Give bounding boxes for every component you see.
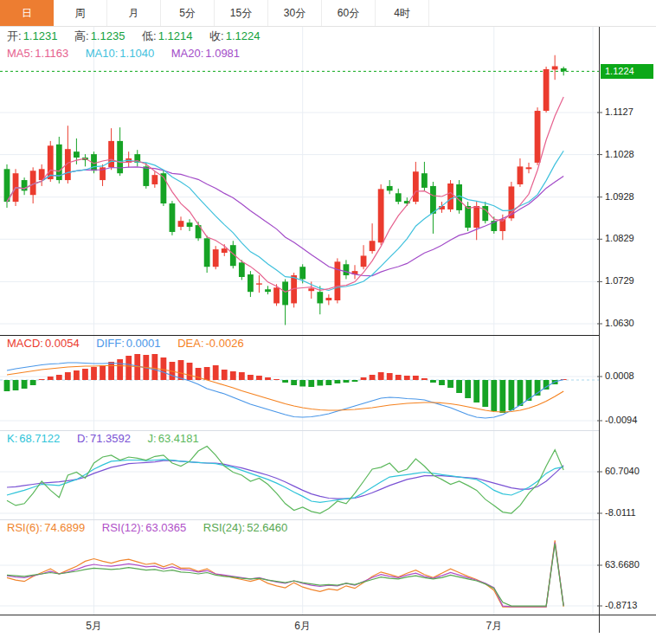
d-label: D:	[77, 432, 88, 445]
current-price-badge: 1.1224	[601, 64, 653, 79]
rsi24-label: RSI(24):	[203, 521, 245, 534]
ohlc-header: 开:1.1231 高:1.1235 低:1.1214 收:1.1224	[7, 29, 273, 44]
tab-30min[interactable]: 30分	[268, 0, 322, 26]
ma5-label: MA5:	[7, 47, 33, 60]
diff-label: DIFF:	[96, 337, 125, 350]
tab-month[interactable]: 月	[107, 0, 161, 26]
rsi-axis-label: -0.8713	[605, 600, 637, 610]
low-label: 低:	[142, 29, 157, 42]
price-axis-label: 1.0829	[605, 233, 634, 243]
kdj-axis-label: -8.0111	[605, 507, 636, 518]
macd-header: MACD:0.0054 DIFF:0.0001 DEA:-0.0026	[7, 337, 258, 350]
price-axis-label: 1.0729	[605, 275, 634, 286]
rsi6-label: RSI(6):	[7, 521, 42, 534]
dea-value: -0.0026	[206, 337, 244, 350]
price-axis-label: 1.0928	[605, 191, 634, 202]
kdj-header: K:68.7122 D:71.3592 J:63.4181	[7, 432, 213, 445]
timeframe-tabs: 日 周 月 5分 15分 30分 60分 4时	[0, 0, 656, 27]
macd-axis-label: -0.0094	[605, 415, 637, 425]
low-value: 1.1214	[158, 29, 193, 42]
macd-value: 0.0054	[45, 337, 80, 350]
high-label: 高:	[74, 29, 89, 42]
ma10-value: 1.1040	[119, 47, 154, 60]
close-label: 收:	[209, 29, 224, 42]
open-label: 开:	[7, 29, 22, 42]
rsi-axis-label: 63.6680	[605, 559, 640, 570]
diff-value: 0.0001	[126, 337, 161, 350]
tab-5min[interactable]: 5分	[161, 0, 215, 26]
tab-60min[interactable]: 60分	[322, 0, 376, 26]
k-value: 68.7122	[19, 432, 60, 445]
tab-day[interactable]: 日	[0, 0, 54, 26]
rsi-header: RSI(6):74.6899 RSI(12):63.0365 RSI(24):5…	[7, 521, 301, 534]
close-value: 1.1224	[226, 29, 260, 42]
rsi24-value: 52.6460	[247, 521, 287, 534]
k-label: K:	[7, 432, 17, 445]
rsi6-value: 74.6899	[44, 521, 85, 534]
tab-4hour[interactable]: 4时	[376, 0, 429, 26]
tab-15min[interactable]: 15分	[215, 0, 268, 26]
ma20-value: 1.0981	[205, 47, 240, 60]
price-axis-label: 1.0630	[605, 318, 634, 328]
kdj-axis-label: 60.7040	[605, 466, 640, 476]
x-axis-month-label: 5月	[86, 619, 102, 634]
current-price-value: 1.1224	[605, 66, 634, 76]
price-axis-label: 1.1127	[605, 106, 633, 117]
j-label: J:	[148, 432, 157, 445]
ma20-label: MA20:	[171, 47, 204, 60]
tab-week[interactable]: 周	[54, 0, 107, 26]
macd-axis-label: 0.0008	[605, 370, 634, 381]
ma10-label: MA10:	[86, 47, 119, 60]
candles	[4, 55, 567, 325]
x-axis-month-label: 6月	[294, 619, 311, 634]
ma-header: MA5:1.1163 MA10:1.1040 MA20:1.0981	[7, 47, 254, 60]
x-axis-month-label: 7月	[486, 619, 502, 634]
high-value: 1.1235	[91, 29, 125, 42]
d-value: 71.3592	[90, 432, 131, 445]
chart-canvas[interactable]	[0, 0, 656, 644]
open-value: 1.1231	[23, 29, 58, 42]
dea-label: DEA:	[177, 337, 203, 350]
rsi12-value: 63.0365	[145, 521, 186, 534]
price-axis-label: 1.1028	[605, 149, 634, 159]
macd-label: MACD:	[7, 337, 43, 350]
rsi12-label: RSI(12):	[102, 521, 144, 534]
ma5-value: 1.1163	[35, 47, 68, 60]
j-value: 63.4181	[158, 432, 199, 445]
